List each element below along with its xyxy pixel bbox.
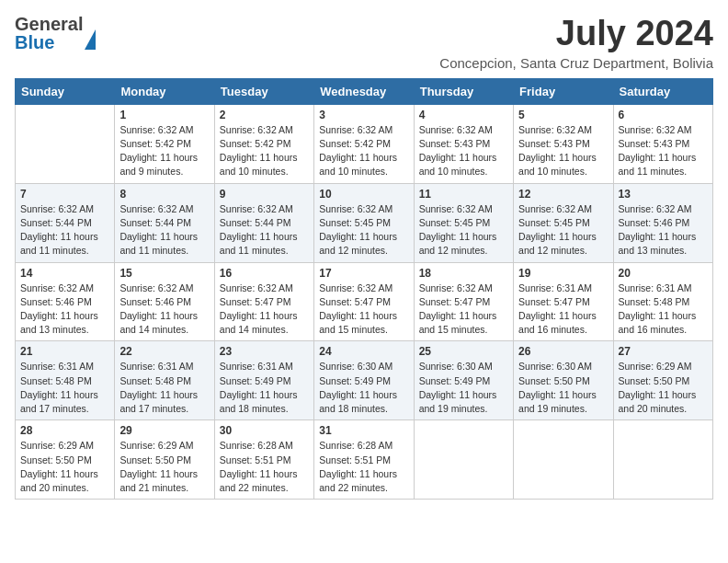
day-info: Sunrise: 6:32 AMSunset: 5:45 PMDaylight:… <box>518 202 608 259</box>
day-info: Sunrise: 6:29 AMSunset: 5:50 PMDaylight:… <box>619 360 708 416</box>
day-number: 20 <box>619 267 708 280</box>
day-info: Sunrise: 6:32 AMSunset: 5:42 PMDaylight:… <box>220 123 309 179</box>
table-row: 28Sunrise: 6:29 AMSunset: 5:50 PMDayligh… <box>16 420 115 500</box>
logo-triangle-icon <box>85 29 96 50</box>
day-info: Sunrise: 6:28 AMSunset: 5:51 PMDaylight:… <box>319 439 408 495</box>
table-row: 23Sunrise: 6:31 AMSunset: 5:49 PMDayligh… <box>214 341 313 420</box>
day-info: Sunrise: 6:32 AMSunset: 5:46 PMDaylight:… <box>119 282 209 338</box>
day-info: Sunrise: 6:30 AMSunset: 5:49 PMDaylight:… <box>419 360 508 416</box>
calendar-week-row: 21Sunrise: 6:31 AMSunset: 5:48 PMDayligh… <box>16 341 713 420</box>
day-number: 23 <box>220 345 309 358</box>
table-row <box>514 420 613 500</box>
calendar-week-row: 1Sunrise: 6:32 AMSunset: 5:42 PMDaylight… <box>16 104 713 183</box>
location-subtitle: Concepcion, Santa Cruz Department, Boliv… <box>439 55 713 71</box>
day-info: Sunrise: 6:32 AMSunset: 5:47 PMDaylight:… <box>220 282 309 338</box>
day-info: Sunrise: 6:28 AMSunset: 5:51 PMDaylight:… <box>220 439 309 495</box>
day-number: 19 <box>518 267 608 280</box>
table-row <box>613 420 712 500</box>
table-row: 24Sunrise: 6:30 AMSunset: 5:49 PMDayligh… <box>314 341 414 420</box>
table-row: 16Sunrise: 6:32 AMSunset: 5:47 PMDayligh… <box>214 262 313 341</box>
day-number: 27 <box>619 345 708 358</box>
day-number: 8 <box>119 188 209 201</box>
table-row: 7Sunrise: 6:32 AMSunset: 5:44 PMDaylight… <box>16 183 115 262</box>
day-info: Sunrise: 6:32 AMSunset: 5:44 PMDaylight:… <box>220 202 309 259</box>
day-info: Sunrise: 6:32 AMSunset: 5:47 PMDaylight:… <box>319 282 408 338</box>
table-row: 10Sunrise: 6:32 AMSunset: 5:45 PMDayligh… <box>314 183 414 262</box>
table-row: 4Sunrise: 6:32 AMSunset: 5:43 PMDaylight… <box>414 104 513 183</box>
table-row: 15Sunrise: 6:32 AMSunset: 5:46 PMDayligh… <box>115 262 214 341</box>
day-info: Sunrise: 6:32 AMSunset: 5:46 PMDaylight:… <box>619 202 708 259</box>
table-row: 31Sunrise: 6:28 AMSunset: 5:51 PMDayligh… <box>314 420 414 500</box>
day-number: 21 <box>20 345 109 358</box>
day-info: Sunrise: 6:31 AMSunset: 5:48 PMDaylight:… <box>20 360 109 416</box>
table-row: 17Sunrise: 6:32 AMSunset: 5:47 PMDayligh… <box>314 262 414 341</box>
table-row: 3Sunrise: 6:32 AMSunset: 5:42 PMDaylight… <box>314 104 414 183</box>
table-row: 2Sunrise: 6:32 AMSunset: 5:42 PMDaylight… <box>214 104 313 183</box>
table-row: 12Sunrise: 6:32 AMSunset: 5:45 PMDayligh… <box>514 183 613 262</box>
table-row: 14Sunrise: 6:32 AMSunset: 5:46 PMDayligh… <box>16 262 115 341</box>
day-number: 30 <box>220 424 309 437</box>
day-number: 13 <box>619 188 708 201</box>
table-row: 9Sunrise: 6:32 AMSunset: 5:44 PMDaylight… <box>214 183 313 262</box>
table-row: 19Sunrise: 6:31 AMSunset: 5:47 PMDayligh… <box>514 262 613 341</box>
header-tuesday: Tuesday <box>214 78 313 104</box>
table-row <box>414 420 513 500</box>
logo: General Blue <box>15 15 96 52</box>
day-number: 17 <box>319 267 408 280</box>
day-info: Sunrise: 6:29 AMSunset: 5:50 PMDaylight:… <box>119 439 209 495</box>
table-row: 1Sunrise: 6:32 AMSunset: 5:42 PMDaylight… <box>115 104 214 183</box>
day-number: 16 <box>220 267 309 280</box>
day-info: Sunrise: 6:31 AMSunset: 5:48 PMDaylight:… <box>619 282 708 338</box>
day-number: 26 <box>518 345 608 358</box>
day-number: 4 <box>419 109 508 121</box>
day-info: Sunrise: 6:32 AMSunset: 5:42 PMDaylight:… <box>319 123 408 179</box>
day-number: 12 <box>518 188 608 201</box>
day-number: 24 <box>319 345 408 358</box>
table-row: 5Sunrise: 6:32 AMSunset: 5:43 PMDaylight… <box>514 104 613 183</box>
calendar-week-row: 7Sunrise: 6:32 AMSunset: 5:44 PMDaylight… <box>16 183 713 262</box>
day-info: Sunrise: 6:30 AMSunset: 5:49 PMDaylight:… <box>319 360 408 416</box>
day-number: 22 <box>119 345 209 358</box>
day-number: 28 <box>20 424 109 437</box>
title-area: July 2024 Concepcion, Santa Cruz Departm… <box>439 15 713 71</box>
day-number: 29 <box>119 424 209 437</box>
logo-general: General <box>15 15 83 33</box>
table-row: 22Sunrise: 6:31 AMSunset: 5:48 PMDayligh… <box>115 341 214 420</box>
day-number: 9 <box>220 188 309 201</box>
day-number: 31 <box>319 424 408 437</box>
day-number: 2 <box>220 109 309 121</box>
table-row: 20Sunrise: 6:31 AMSunset: 5:48 PMDayligh… <box>613 262 712 341</box>
day-info: Sunrise: 6:30 AMSunset: 5:50 PMDaylight:… <box>518 360 608 416</box>
day-number: 7 <box>20 188 109 201</box>
day-info: Sunrise: 6:32 AMSunset: 5:43 PMDaylight:… <box>419 123 508 179</box>
logo-blue: Blue <box>15 33 83 52</box>
day-number: 5 <box>518 109 608 121</box>
day-info: Sunrise: 6:32 AMSunset: 5:45 PMDaylight:… <box>419 202 508 259</box>
day-info: Sunrise: 6:32 AMSunset: 5:43 PMDaylight:… <box>518 123 608 179</box>
day-info: Sunrise: 6:31 AMSunset: 5:47 PMDaylight:… <box>518 282 608 338</box>
day-info: Sunrise: 6:32 AMSunset: 5:43 PMDaylight:… <box>619 123 708 179</box>
header-monday: Monday <box>115 78 214 104</box>
calendar-header-row: Sunday Monday Tuesday Wednesday Thursday… <box>16 78 713 104</box>
table-row: 30Sunrise: 6:28 AMSunset: 5:51 PMDayligh… <box>214 420 313 500</box>
table-row: 21Sunrise: 6:31 AMSunset: 5:48 PMDayligh… <box>16 341 115 420</box>
day-number: 18 <box>419 267 508 280</box>
day-info: Sunrise: 6:29 AMSunset: 5:50 PMDaylight:… <box>20 439 109 495</box>
header-friday: Friday <box>514 78 613 104</box>
day-info: Sunrise: 6:32 AMSunset: 5:44 PMDaylight:… <box>119 202 209 259</box>
table-row: 25Sunrise: 6:30 AMSunset: 5:49 PMDayligh… <box>414 341 513 420</box>
calendar-week-row: 28Sunrise: 6:29 AMSunset: 5:50 PMDayligh… <box>16 420 713 500</box>
header-saturday: Saturday <box>613 78 712 104</box>
table-row: 13Sunrise: 6:32 AMSunset: 5:46 PMDayligh… <box>613 183 712 262</box>
day-number: 25 <box>419 345 508 358</box>
table-row: 6Sunrise: 6:32 AMSunset: 5:43 PMDaylight… <box>613 104 712 183</box>
day-info: Sunrise: 6:32 AMSunset: 5:47 PMDaylight:… <box>419 282 508 338</box>
day-number: 1 <box>119 109 209 121</box>
day-number: 3 <box>319 109 408 121</box>
header-wednesday: Wednesday <box>314 78 414 104</box>
header-thursday: Thursday <box>414 78 513 104</box>
day-info: Sunrise: 6:32 AMSunset: 5:45 PMDaylight:… <box>319 202 408 259</box>
table-row: 18Sunrise: 6:32 AMSunset: 5:47 PMDayligh… <box>414 262 513 341</box>
month-year-title: July 2024 <box>439 15 713 53</box>
day-number: 15 <box>119 267 209 280</box>
